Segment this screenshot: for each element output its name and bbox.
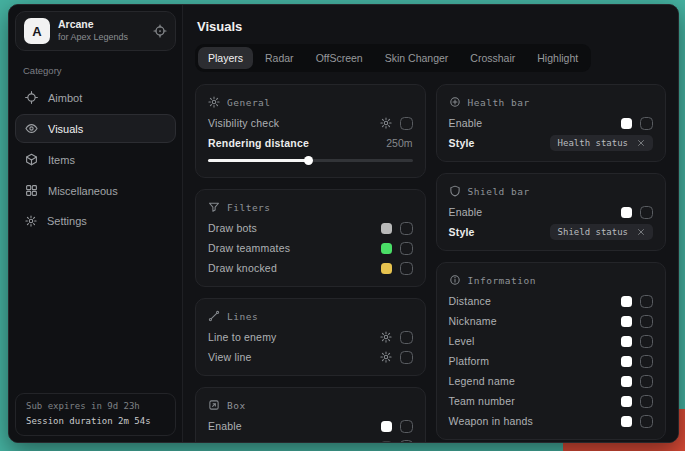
enable-row: Enable: [449, 202, 654, 222]
color-swatch[interactable]: [621, 316, 632, 327]
rendering-distance-row: Rendering distance250m: [208, 133, 413, 153]
tab-skin-changer[interactable]: Skin Changer: [375, 47, 459, 69]
draw-knocked-checkbox[interactable]: [400, 262, 413, 275]
panel-general: GeneralVisibility checkRendering distanc…: [195, 84, 426, 178]
enable-background-checkbox[interactable]: [400, 440, 413, 443]
tab-crosshair[interactable]: Crosshair: [460, 47, 525, 69]
row-controls: [621, 117, 653, 130]
sidebar-item-aimbot[interactable]: Aimbot: [15, 83, 176, 112]
main-content: Visuals PlayersRadarOffScreenSkin Change…: [183, 5, 678, 442]
sidebar-nav: AimbotVisualsItemsMiscellaneousSettings: [15, 83, 176, 235]
enable-row: Enable: [449, 113, 654, 133]
session-duration-text: Session duration 2m 54s: [26, 417, 165, 427]
row-controls: [621, 355, 653, 368]
panel-header-information: Information: [449, 274, 654, 286]
panel-title: Lines: [227, 311, 258, 322]
gear-icon[interactable]: [380, 351, 392, 363]
team-number-label: Team number: [449, 395, 515, 407]
app-name: Arcane: [58, 19, 128, 31]
style-label: Style: [449, 226, 475, 238]
app-titles: Arcane for Apex Legends: [58, 19, 128, 42]
app-header-card: A Arcane for Apex Legends: [15, 11, 176, 51]
tab-radar[interactable]: Radar: [255, 47, 304, 69]
sidebar-item-label: Items: [48, 154, 75, 166]
sidebar-item-items[interactable]: Items: [15, 145, 176, 174]
slider-fill: [208, 159, 308, 162]
style-row: StyleShield status: [449, 222, 654, 242]
rendering-distance-value: 250m: [386, 137, 412, 149]
box-icon: [208, 399, 220, 411]
line-to-enemy-label: Line to enemy: [208, 331, 277, 343]
eye-icon: [25, 122, 38, 135]
visibility-check-checkbox[interactable]: [400, 117, 413, 130]
legend-name-checkbox[interactable]: [640, 375, 653, 388]
shield-bar-style-select[interactable]: Shield status: [550, 224, 653, 240]
color-swatch[interactable]: [621, 416, 632, 427]
color-swatch[interactable]: [621, 118, 632, 129]
nickname-label: Nickname: [449, 315, 497, 327]
team-number-checkbox[interactable]: [640, 395, 653, 408]
health-bar-style-select[interactable]: Health status: [550, 135, 653, 151]
color-swatch[interactable]: [381, 421, 392, 432]
enable-checkbox[interactable]: [640, 206, 653, 219]
color-swatch[interactable]: [621, 396, 632, 407]
row-controls: [621, 206, 653, 219]
line-to-enemy-checkbox[interactable]: [400, 331, 413, 344]
style-row: StyleHealth status: [449, 133, 654, 153]
enable-label: Enable: [449, 117, 483, 129]
info-icon: [449, 274, 461, 286]
panel-title: Shield bar: [468, 186, 530, 197]
clear-icon[interactable]: [637, 139, 645, 147]
app-subtitle: for Apex Legends: [58, 33, 128, 43]
panel-header-box: Box: [208, 399, 413, 411]
enable-checkbox[interactable]: [400, 420, 413, 433]
distance-row: Distance: [449, 291, 654, 311]
rendering-distance-slider[interactable]: [208, 155, 413, 165]
panel-lines: LinesLine to enemyView line: [195, 298, 426, 376]
weapon-in-hands-checkbox[interactable]: [640, 415, 653, 428]
tab-players[interactable]: Players: [198, 47, 253, 69]
color-swatch[interactable]: [621, 296, 632, 307]
rendering-distance-label: Rendering distance: [208, 137, 309, 149]
target-icon[interactable]: [153, 24, 167, 38]
tab-offscreen[interactable]: OffScreen: [306, 47, 373, 69]
draw-teammates-checkbox[interactable]: [400, 242, 413, 255]
sidebar-item-miscellaneous[interactable]: Miscellaneous: [15, 176, 176, 205]
nickname-checkbox[interactable]: [640, 315, 653, 328]
app-logo: A: [24, 18, 50, 44]
gear-icon[interactable]: [380, 331, 392, 343]
sidebar-item-visuals[interactable]: Visuals: [15, 114, 176, 143]
page-title: Visuals: [197, 19, 666, 34]
view-line-checkbox[interactable]: [400, 351, 413, 364]
enable-checkbox[interactable]: [640, 117, 653, 130]
gear-icon[interactable]: [380, 117, 392, 129]
row-controls: [621, 315, 653, 328]
row-controls: [380, 331, 413, 344]
color-swatch[interactable]: [381, 243, 392, 254]
color-swatch[interactable]: [621, 356, 632, 367]
color-swatch[interactable]: [381, 263, 392, 274]
clear-icon[interactable]: [637, 228, 645, 236]
level-checkbox[interactable]: [640, 335, 653, 348]
sidebar-item-settings[interactable]: Settings: [15, 207, 176, 235]
slider-thumb[interactable]: [304, 156, 313, 165]
color-swatch[interactable]: [621, 336, 632, 347]
platform-checkbox[interactable]: [640, 355, 653, 368]
sub-expires-text: Sub expires in 9d 23h: [26, 402, 165, 412]
distance-checkbox[interactable]: [640, 295, 653, 308]
row-controls: [380, 351, 413, 364]
color-swatch[interactable]: [621, 376, 632, 387]
package-icon: [25, 153, 38, 166]
draw-bots-checkbox[interactable]: [400, 222, 413, 235]
nickname-row: Nickname: [449, 311, 654, 331]
platform-label: Platform: [449, 355, 490, 367]
enable-row: Enable: [208, 416, 413, 436]
color-swatch[interactable]: [621, 207, 632, 218]
color-swatch[interactable]: [381, 441, 392, 443]
tab-highlight[interactable]: Highlight: [527, 47, 588, 69]
panel-header-lines: Lines: [208, 310, 413, 322]
enable-label: Enable: [449, 206, 483, 218]
sidebar-item-label: Settings: [47, 215, 87, 227]
row-controls: [381, 242, 413, 255]
color-swatch[interactable]: [381, 223, 392, 234]
